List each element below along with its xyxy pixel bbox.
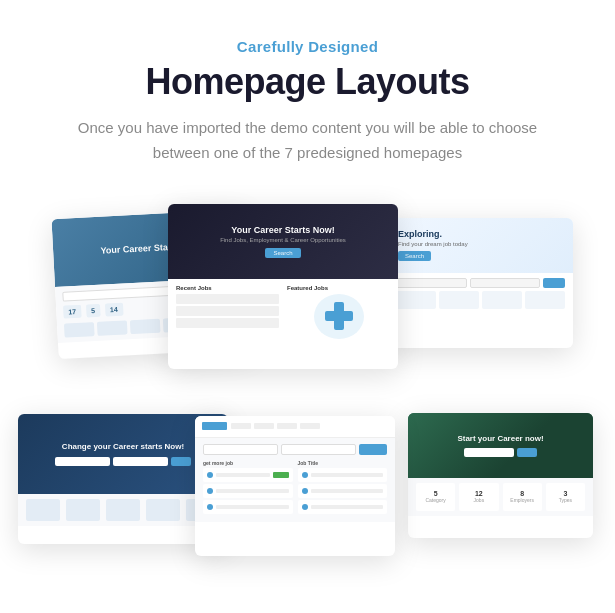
card6-stat-2: 12 Jobs bbox=[459, 483, 498, 511]
card4-hero-text: Change your Career starts Now! bbox=[62, 442, 184, 451]
card2-body: Recent Jobs Featured Jobs bbox=[168, 279, 398, 345]
job-dot bbox=[302, 472, 308, 478]
stat-num: 5 bbox=[434, 490, 438, 497]
job-item bbox=[176, 306, 279, 316]
job-listing-item bbox=[203, 484, 293, 498]
cat-item bbox=[64, 322, 95, 338]
card3-categories bbox=[396, 291, 565, 309]
job-item bbox=[176, 318, 279, 328]
stat-num: 8 bbox=[520, 490, 524, 497]
stat-label: Employers bbox=[510, 497, 534, 503]
job-line bbox=[216, 473, 270, 477]
plus-icon bbox=[325, 302, 353, 330]
card5-input bbox=[203, 444, 278, 455]
job-listing-item bbox=[203, 500, 293, 514]
card4-icon-1 bbox=[26, 499, 60, 521]
card5-search-btn bbox=[359, 444, 387, 455]
card6-body: 5 Category 12 Jobs 8 Employers 3 Types bbox=[408, 478, 593, 516]
card2-featured-label: Featured Jobs bbox=[287, 285, 390, 291]
card4-icon-2 bbox=[66, 499, 100, 521]
homepage-layout-3[interactable]: Exploring. Find your dream job today Sea… bbox=[388, 218, 573, 348]
card2-search-btn: Search bbox=[265, 248, 300, 258]
stat-num: 3 bbox=[563, 490, 567, 497]
card1-stat-2: 5 bbox=[86, 304, 101, 318]
job-listing-item bbox=[203, 468, 293, 482]
card5-col-1: get more job bbox=[203, 460, 293, 516]
card6-hero-text: Start your Career now! bbox=[457, 434, 543, 443]
job-line bbox=[311, 505, 384, 509]
stat-label: Category bbox=[425, 497, 445, 503]
card5-col2-title: Job Title bbox=[298, 460, 388, 466]
cat-box bbox=[525, 291, 565, 309]
card6-stat-1: 5 Category bbox=[416, 483, 455, 511]
card5-col1-title: get more job bbox=[203, 460, 293, 466]
card5-cols: get more job Jo bbox=[203, 460, 387, 516]
stat-label: Jobs bbox=[474, 497, 485, 503]
card3-search bbox=[396, 278, 565, 288]
job-dot bbox=[302, 488, 308, 494]
card4-search bbox=[55, 457, 191, 466]
nav-item bbox=[254, 423, 274, 429]
card5-nav bbox=[231, 423, 388, 429]
cat-item bbox=[130, 319, 161, 335]
job-dot bbox=[207, 488, 213, 494]
subtitle: Carefully Designed bbox=[78, 38, 538, 55]
card3-hero-text: Exploring. bbox=[398, 229, 442, 239]
job-listing-item bbox=[298, 468, 388, 482]
card3-input bbox=[396, 278, 467, 288]
card6-hero: Start your Career now! bbox=[408, 413, 593, 478]
description: Once you have imported the demo content … bbox=[78, 116, 538, 166]
card4-icon-4 bbox=[146, 499, 180, 521]
card2-hero-sub: Find Jobs, Employment & Career Opportuni… bbox=[220, 237, 346, 243]
card3-hero-sub: Find your dream job today bbox=[398, 241, 468, 247]
card2-recent-jobs: Recent Jobs bbox=[176, 285, 279, 339]
card5-header bbox=[195, 416, 395, 438]
card5-body: get more job Jo bbox=[195, 438, 395, 522]
homepage-layout-5[interactable]: get more job Jo bbox=[195, 416, 395, 556]
header-section: Carefully Designed Homepage Layouts Once… bbox=[78, 0, 538, 178]
nav-item bbox=[231, 423, 251, 429]
job-dot bbox=[302, 504, 308, 510]
homepage-layout-2[interactable]: Your Career Starts Now! Find Jobs, Emplo… bbox=[168, 204, 398, 369]
homepage-layout-6[interactable]: Start your Career now! 5 Category 12 Job… bbox=[408, 413, 593, 538]
job-line bbox=[311, 473, 384, 477]
card5-search bbox=[203, 444, 387, 455]
card6-input bbox=[464, 448, 514, 457]
card2-recent-label: Recent Jobs bbox=[176, 285, 279, 291]
card4-input bbox=[55, 457, 110, 466]
card3-body bbox=[388, 273, 573, 314]
stat-label: Types bbox=[559, 497, 572, 503]
nav-item bbox=[277, 423, 297, 429]
card3-btn bbox=[543, 278, 565, 288]
stat-num: 12 bbox=[475, 490, 483, 497]
job-line bbox=[216, 489, 289, 493]
card3-search-btn: Search bbox=[398, 251, 431, 261]
job-line bbox=[216, 505, 289, 509]
card6-search bbox=[464, 448, 537, 457]
card2-hero: Your Career Starts Now! Find Jobs, Emplo… bbox=[168, 204, 398, 279]
card5-input-2 bbox=[281, 444, 356, 455]
cat-box bbox=[396, 291, 436, 309]
card1-stat-1: 17 bbox=[63, 305, 81, 319]
main-title: Homepage Layouts bbox=[78, 61, 538, 102]
job-listing-item bbox=[298, 500, 388, 514]
job-item bbox=[176, 294, 279, 304]
job-dot bbox=[207, 472, 213, 478]
card5-col-2: Job Title bbox=[298, 460, 388, 516]
card2-featured-jobs: Featured Jobs bbox=[287, 285, 390, 339]
cat-item bbox=[97, 320, 128, 336]
card6-stat-3: 8 Employers bbox=[503, 483, 542, 511]
screenshots-area: Your Career Starts Now 17 5 14 Your Care… bbox=[0, 196, 615, 566]
card4-icon-3 bbox=[106, 499, 140, 521]
cat-box bbox=[439, 291, 479, 309]
nav-item bbox=[300, 423, 320, 429]
card6-btn bbox=[517, 448, 537, 457]
cat-box bbox=[482, 291, 522, 309]
card2-featured-icon bbox=[314, 294, 364, 339]
apply-badge bbox=[273, 472, 289, 478]
card5-logo bbox=[202, 422, 227, 430]
card6-stat-4: 3 Types bbox=[546, 483, 585, 511]
job-line bbox=[311, 489, 384, 493]
job-dot bbox=[207, 504, 213, 510]
card3-hero: Exploring. Find your dream job today Sea… bbox=[388, 218, 573, 273]
